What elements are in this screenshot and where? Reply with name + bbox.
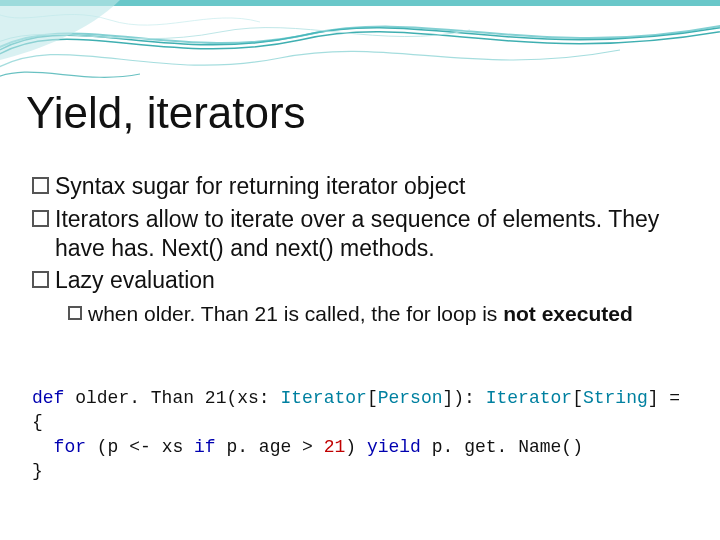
bullet-text: Lazy evaluation [55, 266, 694, 295]
code-text: p. get. Name() [421, 437, 583, 457]
code-text: ]): [443, 388, 486, 408]
bullet-text: Iterators allow to iterate over a sequen… [55, 205, 694, 263]
code-keyword: for [54, 437, 86, 457]
code-keyword: def [32, 388, 64, 408]
code-text: ) [345, 437, 367, 457]
code-text: [ [367, 388, 378, 408]
slide-title: Yield, iterators [26, 90, 306, 136]
sub-bullet-item: when older. Than 21 is called, the for l… [68, 301, 694, 327]
code-text: older. Than 21(xs: [64, 388, 280, 408]
bullet-item: Lazy evaluation [32, 266, 694, 295]
slide-body: Syntax sugar for returning iterator obje… [32, 172, 694, 331]
code-text [32, 437, 54, 457]
code-text: (p <- xs [86, 437, 194, 457]
code-text: { [32, 412, 43, 432]
code-keyword: yield [367, 437, 421, 457]
code-text: } [32, 461, 43, 481]
sub-bullet-prefix: when older. Than 21 is called, the for l… [88, 302, 503, 325]
bullet-square-icon [32, 210, 49, 227]
code-block: def older. Than 21(xs: Iterator[Person])… [32, 386, 700, 483]
code-text: ] = [648, 388, 680, 408]
sub-bullet-strong: not executed [503, 302, 633, 325]
header-wave-decor [0, 0, 720, 90]
code-type: String [583, 388, 648, 408]
bullet-text: when older. Than 21 is called, the for l… [88, 301, 694, 327]
code-keyword: if [194, 437, 216, 457]
code-type: Iterator [280, 388, 366, 408]
bullet-square-icon [32, 177, 49, 194]
code-text: p. age > [216, 437, 324, 457]
code-type: Person [378, 388, 443, 408]
bullet-item: Syntax sugar for returning iterator obje… [32, 172, 694, 201]
bullet-square-icon [68, 306, 82, 320]
code-text: [ [572, 388, 583, 408]
bullet-item: Iterators allow to iterate over a sequen… [32, 205, 694, 263]
bullet-square-icon [32, 271, 49, 288]
slide: Yield, iterators Syntax sugar for return… [0, 0, 720, 540]
code-number: 21 [324, 437, 346, 457]
bullet-text: Syntax sugar for returning iterator obje… [55, 172, 694, 201]
code-type: Iterator [486, 388, 572, 408]
